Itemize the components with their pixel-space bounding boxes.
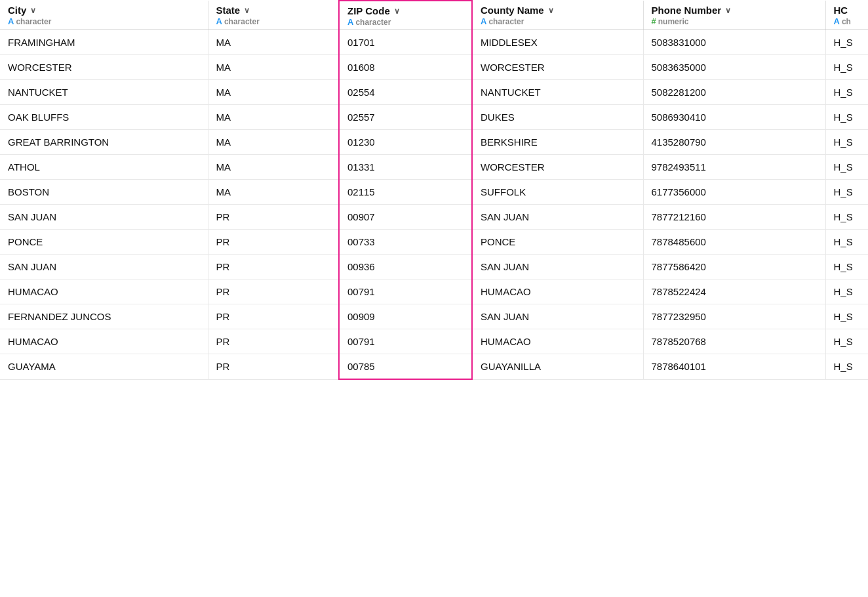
state-type-label: character (224, 17, 260, 26)
state-cell: MA (208, 105, 339, 130)
state-cell: PR (208, 354, 339, 380)
county-cell: PONCE (472, 230, 643, 255)
city-cell: FRAMINGHAM (0, 30, 208, 55)
zip-cell: 00909 (339, 304, 472, 329)
state-cell: MA (208, 130, 339, 155)
city-cell: BOSTON (0, 180, 208, 205)
hc-cell: H_S (825, 155, 868, 180)
phone-cell: 7878640101 (643, 354, 825, 380)
county-sort-icon: ∨ (548, 6, 554, 15)
phone-cell: 5082281200 (643, 80, 825, 105)
hc-cell: H_S (825, 279, 868, 304)
hc-cell: H_S (825, 180, 868, 205)
city-column-header[interactable]: City ∨ A character (0, 1, 208, 30)
zip-type-icon: A (347, 17, 353, 27)
hc-cell: H_S (825, 304, 868, 329)
city-cell: SAN JUAN (0, 205, 208, 230)
state-cell: MA (208, 55, 339, 80)
state-type-icon: A (216, 16, 222, 26)
county-cell: DUKES (472, 105, 643, 130)
county-type-label: character (488, 17, 524, 26)
hc-type-icon: A (834, 16, 840, 26)
county-cell: NANTUCKET (472, 80, 643, 105)
phone-type-icon: # (652, 16, 656, 26)
zip-cell: 01701 (339, 30, 472, 55)
hc-cell: H_S (825, 105, 868, 130)
state-sort-icon: ∨ (244, 6, 250, 15)
state-header-label: State (216, 5, 241, 16)
city-cell: NANTUCKET (0, 80, 208, 105)
table-row: FRAMINGHAM MA 01701 MIDDLESEX 5083831000… (0, 30, 868, 55)
hc-header-label: HC (834, 5, 848, 16)
zip-sort-icon: ∨ (394, 7, 400, 16)
zip-cell: 00791 (339, 329, 472, 354)
county-cell: HUMACAO (472, 279, 643, 304)
phone-type-label: numeric (658, 17, 689, 26)
city-cell: GREAT BARRINGTON (0, 130, 208, 155)
city-cell: SAN JUAN (0, 255, 208, 279)
hc-cell: H_S (825, 354, 868, 380)
city-sort-icon: ∨ (30, 6, 36, 15)
state-cell: PR (208, 230, 339, 255)
county-cell: WORCESTER (472, 55, 643, 80)
phone-column-header[interactable]: Phone Number ∨ # numeric (643, 1, 825, 30)
city-cell: HUMACAO (0, 279, 208, 304)
city-type-icon: A (8, 16, 14, 26)
city-cell: WORCESTER (0, 55, 208, 80)
phone-cell: 7877586420 (643, 255, 825, 279)
zip-cell: 00936 (339, 255, 472, 279)
zip-cell: 00907 (339, 205, 472, 230)
state-cell: PR (208, 329, 339, 354)
county-column-header[interactable]: County Name ∨ A character (472, 1, 643, 30)
hc-type-label: ch (842, 17, 851, 26)
city-cell: HUMACAO (0, 329, 208, 354)
zip-cell: 02554 (339, 80, 472, 105)
hc-cell: H_S (825, 30, 868, 55)
zip-cell: 00791 (339, 279, 472, 304)
state-cell: MA (208, 180, 339, 205)
zip-cell: 02115 (339, 180, 472, 205)
zip-cell: 02557 (339, 105, 472, 130)
county-cell: MIDDLESEX (472, 30, 643, 55)
county-cell: SAN JUAN (472, 255, 643, 279)
phone-cell: 5086930410 (643, 105, 825, 130)
table-row: SAN JUAN PR 00936 SAN JUAN 7877586420 H_… (0, 255, 868, 279)
hc-cell: H_S (825, 55, 868, 80)
city-cell: PONCE (0, 230, 208, 255)
hc-cell: H_S (825, 205, 868, 230)
table-row: WORCESTER MA 01608 WORCESTER 5083635000 … (0, 55, 868, 80)
data-table: City ∨ A character State ∨ A cha (0, 0, 868, 380)
county-cell: SAN JUAN (472, 304, 643, 329)
phone-cell: 4135280790 (643, 130, 825, 155)
table-row: PONCE PR 00733 PONCE 7878485600 H_S (0, 230, 868, 255)
phone-cell: 5083635000 (643, 55, 825, 80)
state-cell: PR (208, 279, 339, 304)
phone-cell: 7877232950 (643, 304, 825, 329)
zip-cell: 00785 (339, 354, 472, 380)
state-cell: PR (208, 304, 339, 329)
phone-cell: 6177356000 (643, 180, 825, 205)
state-column-header[interactable]: State ∨ A character (208, 1, 339, 30)
city-cell: OAK BLUFFS (0, 105, 208, 130)
hc-cell: H_S (825, 255, 868, 279)
hc-column-header[interactable]: HC A ch (825, 1, 868, 30)
hc-cell: H_S (825, 329, 868, 354)
phone-cell: 7877212160 (643, 205, 825, 230)
state-cell: PR (208, 255, 339, 279)
phone-cell: 7878522424 (643, 279, 825, 304)
county-cell: GUAYANILLA (472, 354, 643, 380)
table-row: HUMACAO PR 00791 HUMACAO 7878520768 H_S (0, 329, 868, 354)
table-row: OAK BLUFFS MA 02557 DUKES 5086930410 H_S (0, 105, 868, 130)
city-header-label: City (8, 5, 26, 16)
state-cell: PR (208, 205, 339, 230)
phone-cell: 7878485600 (643, 230, 825, 255)
zip-type-label: character (355, 18, 391, 27)
zip-column-header[interactable]: ZIP Code ∨ A character (339, 1, 472, 30)
zip-cell: 01331 (339, 155, 472, 180)
phone-header-label: Phone Number (652, 5, 722, 16)
table-row: HUMACAO PR 00791 HUMACAO 7878522424 H_S (0, 279, 868, 304)
table-row: NANTUCKET MA 02554 NANTUCKET 5082281200 … (0, 80, 868, 105)
zip-cell: 01230 (339, 130, 472, 155)
county-cell: HUMACAO (472, 329, 643, 354)
phone-cell: 9782493511 (643, 155, 825, 180)
